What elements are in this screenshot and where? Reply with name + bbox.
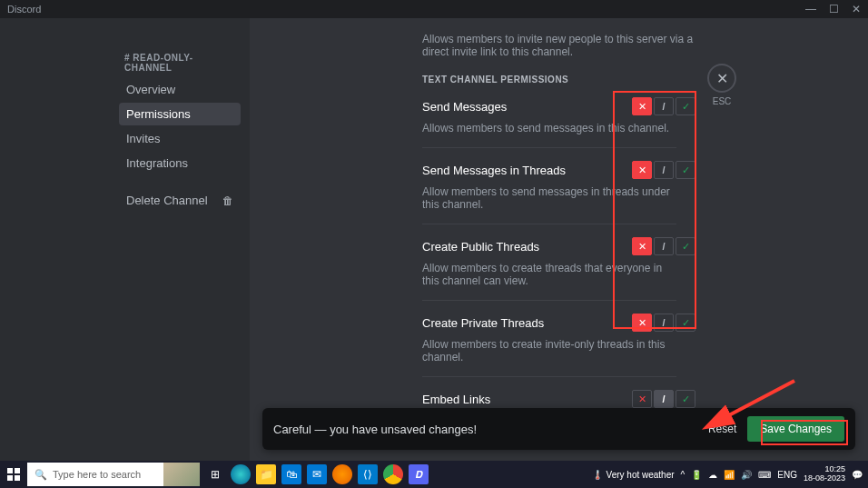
thermometer-icon: 🌡️ <box>592 470 603 480</box>
channel-header: # READ-ONLY-CHANNEL <box>119 53 241 78</box>
reset-button[interactable]: Reset <box>697 417 747 441</box>
perm-deny-button[interactable]: ✕ <box>632 97 652 115</box>
perm-desc: Allow members to send messages in thread… <box>422 185 676 224</box>
perm-desc: Allow members to create threads that eve… <box>422 262 676 301</box>
weather-text: Very hot weather <box>607 470 675 480</box>
minimize-icon[interactable]: — <box>805 3 816 15</box>
search-placeholder: Type here to search <box>53 469 141 480</box>
app-title: Discord <box>7 4 805 15</box>
start-button[interactable] <box>0 461 27 488</box>
sidebar-item-delete-channel[interactable]: Delete Channel 🗑 <box>119 189 241 212</box>
perm-title-create-public-threads: Create Public Threads <box>422 240 539 254</box>
close-circle-icon[interactable]: ✕ <box>707 64 736 93</box>
sidebar-item-label: Integrations <box>126 156 188 170</box>
trash-icon: 🗑 <box>222 194 233 207</box>
sidebar-item-label: Overview <box>126 83 175 96</box>
settings-content: ✕ ESC Allows members to invite new peopl… <box>250 18 868 461</box>
left-padding <box>0 18 113 461</box>
perm-neutral-button[interactable]: / <box>654 97 674 115</box>
perm-allow-button[interactable]: ✓ <box>676 161 695 179</box>
firefox-icon[interactable] <box>332 464 352 484</box>
discord-taskbar-icon[interactable]: 𝘿 <box>409 464 429 484</box>
vscode-icon[interactable]: ⟨⟩ <box>358 464 378 484</box>
sidebar-item-label: Delete Channel <box>126 194 208 207</box>
perm-neutral-button[interactable]: / <box>654 237 674 255</box>
search-highlight-image <box>163 463 200 486</box>
perm-title-embed-links: Embed Links <box>422 393 490 406</box>
perm-toggle-embed-links: ✕ / ✓ <box>632 390 695 408</box>
perm-neutral-button[interactable]: / <box>654 161 674 179</box>
language-indicator[interactable]: ENG <box>777 470 797 480</box>
notifications-icon[interactable]: 💬 <box>852 470 863 480</box>
save-changes-button[interactable]: Save Changes <box>747 416 844 442</box>
perm-neutral-button[interactable]: / <box>654 314 674 332</box>
sidebar-item-label: Permissions <box>126 107 191 121</box>
perm-title-create-private-threads: Create Private Threads <box>422 316 544 330</box>
mail-icon[interactable]: ✉ <box>307 464 327 484</box>
weather-widget[interactable]: 🌡️ Very hot weather <box>592 470 675 480</box>
onedrive-icon[interactable]: ☁ <box>708 470 717 480</box>
perm-toggle-create-private-threads: ✕ / ✓ <box>632 314 695 332</box>
edge-icon[interactable] <box>231 464 251 484</box>
perm-deny-button[interactable]: ✕ <box>632 161 652 179</box>
clock-date: 18-08-2023 <box>804 474 845 483</box>
taskbar-search[interactable]: 🔍 Type here to search <box>27 463 200 486</box>
perm-desc: Allows members to send messages in this … <box>422 122 676 148</box>
perm-deny-button[interactable]: ✕ <box>632 237 652 255</box>
sidebar-item-invites[interactable]: Invites <box>119 127 241 150</box>
perm-deny-button[interactable]: ✕ <box>632 314 652 332</box>
tray-chevron-icon[interactable]: ^ <box>681 470 686 480</box>
svg-rect-5 <box>15 475 20 481</box>
sidebar-item-permissions[interactable]: Permissions <box>119 103 241 125</box>
perm-toggle-send-messages-threads: ✕ / ✓ <box>632 161 695 179</box>
unsaved-changes-text: Careful — you have unsaved changes! <box>273 423 697 436</box>
svg-rect-4 <box>7 475 13 481</box>
perm-title-send-messages: Send Messages <box>422 100 507 114</box>
task-view-icon[interactable]: ⊞ <box>205 464 225 484</box>
keyboard-icon[interactable]: ⌨ <box>758 470 771 480</box>
perm-title-send-messages-threads: Send Messages in Threads <box>422 164 566 177</box>
maximize-icon[interactable]: ☐ <box>829 3 839 15</box>
chrome-icon[interactable] <box>383 464 403 484</box>
unsaved-changes-bar: Careful — you have unsaved changes! Rese… <box>262 408 855 450</box>
sidebar-item-overview[interactable]: Overview <box>119 78 241 101</box>
esc-label: ESC <box>707 96 736 106</box>
file-explorer-icon[interactable]: 📁 <box>256 464 276 484</box>
wifi-icon[interactable]: 📶 <box>724 470 735 480</box>
system-clock[interactable]: 10:25 18-08-2023 <box>804 465 845 483</box>
perm-deny-button[interactable]: ✕ <box>632 390 652 408</box>
perm-allow-button[interactable]: ✓ <box>676 237 695 255</box>
store-icon[interactable]: 🛍 <box>281 464 301 484</box>
section-header: TEXT CHANNEL PERMISSIONS <box>422 75 695 85</box>
close-settings[interactable]: ✕ ESC <box>707 64 736 106</box>
volume-icon[interactable]: 🔊 <box>741 470 752 480</box>
partial-permission-desc: Allows members to invite new people to t… <box>422 18 695 75</box>
search-icon: 🔍 <box>35 469 47 481</box>
window-titlebar: Discord — ☐ ✕ <box>0 0 868 18</box>
close-icon[interactable]: ✕ <box>852 3 861 15</box>
perm-toggle-send-messages: ✕ / ✓ <box>632 97 695 115</box>
perm-neutral-button[interactable]: / <box>654 390 674 408</box>
windows-icon <box>7 468 20 481</box>
perm-allow-button[interactable]: ✓ <box>676 390 695 408</box>
perm-allow-button[interactable]: ✓ <box>676 314 695 332</box>
perm-desc: Allow members to create invite-only thre… <box>422 338 676 377</box>
svg-rect-2 <box>7 468 13 473</box>
windows-taskbar: 🔍 Type here to search ⊞ 📁 🛍 ✉ ⟨⟩ 𝘿 🌡️ Ve… <box>0 461 868 488</box>
perm-allow-button[interactable]: ✓ <box>676 97 695 115</box>
battery-icon[interactable]: 🔋 <box>691 470 702 480</box>
perm-toggle-create-public-threads: ✕ / ✓ <box>632 237 695 255</box>
sidebar-item-label: Invites <box>126 132 161 145</box>
settings-sidebar: # READ-ONLY-CHANNEL Overview Permissions… <box>113 18 250 461</box>
svg-rect-3 <box>15 468 20 473</box>
sidebar-item-integrations[interactable]: Integrations <box>119 152 241 174</box>
